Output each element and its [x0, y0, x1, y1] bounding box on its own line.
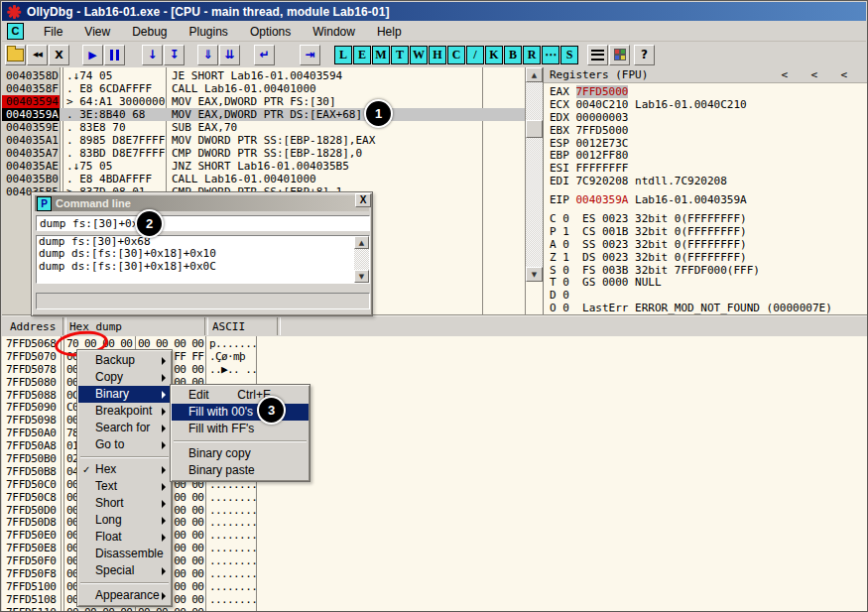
threads-window-button[interactable]: T — [391, 46, 409, 64]
dump-row[interactable]: 7FFD510000 00 00 0000 00 00 00........ — [2, 581, 429, 594]
disasm-row[interactable]: 0040358F. E8 6CDAFFFFCALL Lab16-01.00401… — [2, 82, 525, 95]
command-input[interactable] — [36, 215, 370, 231]
flag-row[interactable]: T 0 GS 0000 NULL — [550, 277, 865, 290]
menu-debug[interactable]: Debug — [122, 23, 177, 41]
run-trace-window-button[interactable]: ⋯ — [542, 46, 559, 64]
ctx-long[interactable]: Long — [78, 512, 171, 529]
collapse-button[interactable]: < — [810, 67, 817, 82]
ctx-special[interactable]: Special — [78, 562, 171, 579]
disasm-row[interactable]: 004035AE.↓75 05JNZ SHORT Lab16-01.004035… — [2, 160, 525, 173]
appearance-button[interactable] — [609, 45, 630, 65]
ctx-appearance[interactable]: Appearance — [78, 587, 171, 604]
memory-window-button[interactable]: M — [372, 46, 390, 64]
handles-window-button[interactable]: H — [429, 46, 446, 64]
step-over-button[interactable]: ↧ — [164, 45, 185, 65]
title-bar[interactable]: OllyDbg - Lab16-01.exe - [CPU - main thr… — [2, 2, 866, 21]
flag-row[interactable]: C 0 ES 0023 32bit 0(FFFFFFFF) — [550, 213, 865, 226]
flag-row[interactable]: Z 1 DS 0023 32bit 0(FFFFFFFF) — [550, 252, 865, 265]
sub-binary-paste[interactable]: Binary paste — [172, 462, 309, 479]
disassembly-scrollbar[interactable]: ▲ ▼ — [526, 67, 543, 282]
register-row[interactable]: EDI 7C920208 ntdll.7C920208 — [550, 176, 865, 188]
sub-edit[interactable]: EditCtrl+E — [172, 387, 309, 404]
memory-window-icon: M — [375, 48, 386, 62]
disasm-row[interactable]: 0040358D.↓74 05JE SHORT Lab16-01.0040359… — [2, 69, 525, 82]
pause-button[interactable] — [104, 45, 125, 65]
scrollbar-thumb[interactable] — [526, 120, 543, 138]
close-icon[interactable]: X — [355, 193, 371, 207]
run-button[interactable]: ▶ — [82, 45, 103, 65]
disasm-row[interactable]: 004035A1. 8985 D8E7FFFFMOV DWORD PTR SS:… — [2, 134, 525, 147]
dump-row[interactable]: 7FFD507800 00 00 0000 00 00 00..▶.. .. — [2, 364, 429, 377]
open-file-button[interactable] — [5, 45, 26, 65]
restart-button[interactable]: ◀◀ — [27, 45, 48, 65]
patches-window-button[interactable]: / — [466, 46, 484, 64]
dump-row[interactable]: 7FFD50C800 00 00 0000 00 00 00........ — [2, 492, 429, 505]
menu-item-label: Special — [95, 563, 134, 577]
dump-row[interactable]: 7FFD50F800 00 00 0000 00 00 00........ — [2, 568, 429, 581]
scroll-up-icon[interactable]: ▲ — [526, 67, 543, 82]
history-scrollbar[interactable]: ▲ ▼ — [354, 236, 369, 283]
trace-over-button[interactable]: ⇊ — [219, 45, 240, 65]
help-button[interactable]: ? — [634, 45, 655, 65]
ctx-backup[interactable]: Backup — [78, 352, 171, 369]
disasm-row[interactable]: 0040359E. 83E8 70SUB EAX,70 — [2, 121, 525, 134]
menu-plugins[interactable]: Plugins — [180, 23, 238, 41]
ctx-hex[interactable]: ✓Hex — [78, 461, 171, 478]
sub-fill-with-00-s[interactable]: Fill with 00's — [172, 404, 309, 421]
flag-row[interactable]: P 1 CS 001B 32bit 0(FFFFFFFF) — [550, 226, 865, 239]
scroll-down-icon[interactable]: ▼ — [526, 267, 543, 282]
ctx-go-to[interactable]: Go to — [78, 436, 171, 453]
ctx-short[interactable]: Short — [78, 495, 171, 512]
go-to-button[interactable]: ⇥ — [300, 45, 320, 65]
windows-window-button[interactable]: W — [410, 46, 428, 64]
call-stack-window-button[interactable]: K — [485, 46, 503, 64]
scroll-up-icon[interactable]: ▲ — [354, 236, 369, 249]
sub-binary-copy[interactable]: Binary copy — [172, 445, 309, 462]
sub-fill-with-ff-s[interactable]: Fill with FF's — [172, 421, 309, 437]
breakpoints-window-button[interactable]: B — [504, 46, 522, 64]
scrollbar-track[interactable] — [354, 249, 369, 270]
dump-row[interactable]: 7FFD510800 00 00 0000 00 00 00........ — [2, 594, 429, 607]
ctx-disassemble[interactable]: Disassemble — [78, 546, 171, 562]
step-into-button[interactable]: ↓ — [142, 45, 163, 65]
windows-list-button[interactable] — [587, 45, 608, 65]
cpu-window-button[interactable]: C — [447, 46, 465, 64]
menu-help[interactable]: Help — [367, 23, 412, 41]
registers-pane[interactable]: Registers (FPU) < < < EAX 7FFD5000ECX 00… — [543, 67, 867, 314]
collapse-button[interactable]: < — [781, 67, 788, 82]
ctx-breakpoint[interactable]: Breakpoint — [78, 403, 171, 420]
menu-view[interactable]: View — [74, 23, 120, 41]
ctx-binary[interactable]: Binary — [78, 386, 171, 403]
log-window-button[interactable]: L — [334, 46, 352, 64]
command-history-list[interactable]: dump fs:[30]+0x68dump ds:[fs:[30]+0x18]+… — [36, 235, 370, 284]
ctx-copy[interactable]: Copy — [78, 369, 171, 386]
execute-till-return-button[interactable]: ↵ — [254, 45, 275, 65]
register-row-eip[interactable]: EIP 0040359A Lab16-01.0040359A — [550, 194, 865, 207]
dialog-title-bar[interactable]: P Command line — [35, 195, 369, 211]
ctx-search-for[interactable]: Search for — [78, 420, 171, 436]
scroll-down-icon[interactable]: ▼ — [354, 270, 369, 283]
dump-row[interactable]: 7FFD511000 00 00 0000 00 00 00........ — [2, 607, 429, 611]
history-entry[interactable]: dump ds:[fs:[30]+0x18]+0x10 — [37, 248, 369, 260]
disasm-row[interactable]: 004035A7. 83BD D8E7FFFFCMP DWORD PTR SS:… — [2, 147, 525, 160]
disasm-row[interactable]: 0040359A. 3E:8B40 68MOV EAX,DWORD PTR DS… — [2, 108, 525, 121]
disasm-row[interactable]: 00403594> 64:A1 3000000MOV EAX,DWORD PTR… — [2, 95, 525, 108]
menu-item-label: Copy — [95, 370, 123, 384]
menu-bar: C FileViewDebugPluginsOptionsWindowHelp — [2, 21, 866, 42]
close-program-button[interactable]: X — [49, 45, 69, 65]
source-window-button[interactable]: S — [560, 46, 578, 64]
ctx-float[interactable]: Float — [78, 529, 171, 546]
menu-file[interactable]: File — [34, 23, 72, 41]
cpu-child-window-icon[interactable]: C — [7, 23, 24, 40]
menu-window[interactable]: Window — [303, 23, 365, 41]
flag-row[interactable]: A 0 SS 0023 32bit 0(FFFFFFFF) — [550, 239, 865, 252]
history-entry[interactable]: dump ds:[fs:[30]+0x18]+0x0C — [37, 261, 369, 273]
menu-options[interactable]: Options — [240, 23, 301, 41]
collapse-button[interactable]: < — [840, 67, 847, 82]
scrollbar-track[interactable] — [526, 82, 543, 267]
trace-into-button[interactable]: ⇓ — [197, 45, 218, 65]
executables-window-button[interactable]: E — [353, 46, 371, 64]
disasm-row[interactable]: 004035B0. E8 4BDAFFFFCALL Lab16-01.00401… — [2, 173, 525, 185]
ctx-text[interactable]: Text — [78, 478, 171, 495]
references-window-button[interactable]: R — [523, 46, 541, 64]
